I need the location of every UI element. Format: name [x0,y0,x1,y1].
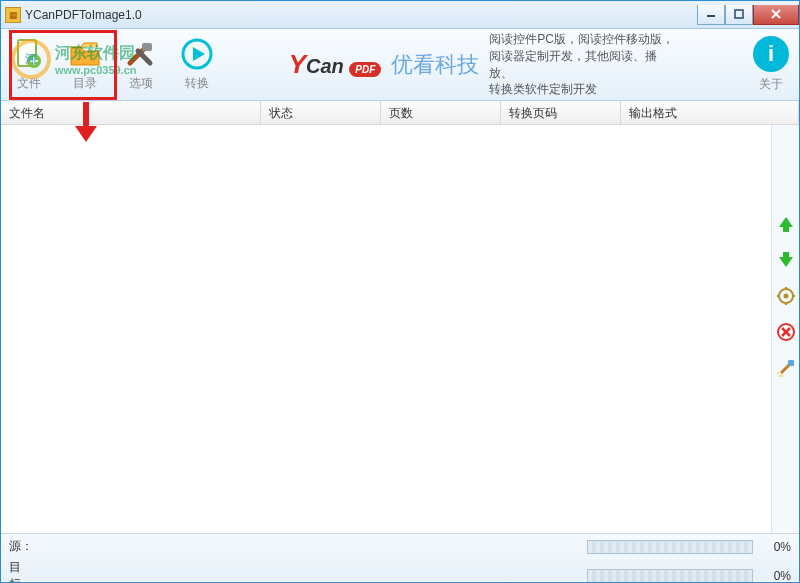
svg-marker-12 [193,47,205,61]
play-icon [180,37,214,71]
minimize-button[interactable] [697,5,725,25]
about-button[interactable]: i 关于 [743,30,799,100]
add-file-button[interactable]: 文件 [1,30,57,100]
brand-cn: 优看科技 [391,50,479,80]
brand-area: YCan PDF 优看科技 阅读控件PC版，阅读控件移动版， 阅读器定制开发，其… [225,31,743,98]
broom-icon [777,359,795,377]
add-folder-button[interactable]: 目录 [57,30,113,100]
maximize-button[interactable] [725,5,753,25]
add-file-label: 文件 [17,75,41,92]
gear-icon [777,287,795,305]
close-icon [770,8,782,20]
status-bar: 源： 0% 目标： 0% [1,533,799,581]
window-title: YCanPDFToImage1.0 [25,8,697,22]
svg-line-27 [777,372,779,374]
options-button[interactable]: 选项 [113,30,169,100]
svg-marker-14 [779,217,793,232]
svg-rect-10 [142,43,152,51]
remove-button[interactable] [777,323,795,341]
svg-point-17 [783,294,788,299]
source-progress [587,540,753,554]
source-percent: 0% [761,540,791,554]
svg-line-28 [779,374,781,377]
options-label: 选项 [129,75,153,92]
source-label: 源： [9,538,39,555]
side-toolbar [771,125,799,533]
about-label: 关于 [759,76,783,93]
svg-line-29 [782,375,783,377]
svg-marker-15 [779,252,793,267]
arrow-up-icon [777,215,795,233]
target-label: 目标： [9,559,39,583]
info-icon: i [753,36,789,72]
svg-line-9 [138,51,150,63]
add-folder-label: 目录 [73,75,97,92]
col-filename[interactable]: 文件名 [1,101,261,124]
brand-desc: 阅读控件PC版，阅读控件移动版， 阅读器定制开发，其他阅读、播放、 转换类软件定… [489,31,679,98]
table-header: 文件名 状态 页数 转换页码 输出格式 [1,101,799,125]
minimize-icon [706,9,716,19]
toolbar: 文件 目录 选项 转换 YCan PDF 优看科技 阅读控件PC版，阅读控件移动… [1,29,799,101]
col-output-format[interactable]: 输出格式 [621,101,799,124]
arrow-down-icon [777,251,795,269]
svg-rect-1 [735,10,743,18]
svg-rect-26 [788,360,794,366]
col-pages[interactable]: 页数 [381,101,501,124]
col-convert-pages[interactable]: 转换页码 [501,101,621,124]
col-status[interactable]: 状态 [261,101,381,124]
close-button[interactable] [753,5,799,25]
titlebar: ▦ YCanPDFToImage1.0 [1,1,799,29]
brand-logo: YCan PDF [289,49,382,80]
target-percent: 0% [761,569,791,583]
move-down-button[interactable] [777,251,795,269]
convert-button[interactable]: 转换 [169,30,225,100]
folder-icon [68,37,102,71]
options-icon [124,37,158,71]
app-icon: ▦ [5,7,21,23]
delete-icon [777,323,795,341]
file-add-icon [12,37,46,71]
file-list[interactable] [1,125,771,533]
move-up-button[interactable] [777,215,795,233]
maximize-icon [734,9,744,19]
settings-button[interactable] [777,287,795,305]
convert-label: 转换 [185,75,209,92]
clear-button[interactable] [777,359,795,377]
target-progress [587,569,753,583]
